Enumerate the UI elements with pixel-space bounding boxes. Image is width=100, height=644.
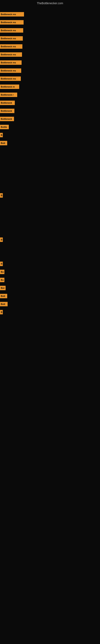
bar-label: B bbox=[1, 134, 2, 136]
bar-label: Bo bbox=[1, 279, 4, 281]
bottleneck-bar: Bottleneck res bbox=[0, 68, 21, 73]
bottleneck-bar: B bbox=[0, 238, 3, 242]
bottleneck-bar: Bot bbox=[0, 286, 6, 290]
bar-label: Bottleneck res bbox=[1, 13, 16, 16]
bar-label: Bottleneck res bbox=[1, 45, 16, 48]
bar-label: Bottleneck bbox=[1, 102, 12, 104]
bottleneck-bar: Bottleneck res bbox=[0, 76, 21, 81]
bar-label: Bottleneck res bbox=[1, 78, 16, 80]
bar-label: Bo bbox=[1, 271, 4, 273]
bottleneck-bar: Bottleneck bbox=[0, 100, 15, 105]
bottleneck-bar: Bottleneck bbox=[0, 117, 14, 121]
bottleneck-bar: Bott bbox=[0, 141, 7, 145]
bottleneck-bar: Bott bbox=[0, 302, 8, 306]
bar-label: Bottleneck bbox=[1, 110, 12, 112]
bottleneck-bar: Bottleneck bbox=[0, 109, 14, 113]
bar-label: R bbox=[1, 263, 2, 265]
bar-label: Bottleneck res bbox=[1, 70, 16, 72]
bar-label: B bbox=[1, 238, 2, 241]
bottleneck-bar: Bottleneck res bbox=[0, 20, 24, 24]
bar-label: Bottleneck res bbox=[1, 29, 16, 32]
bottleneck-bar: Bott bbox=[0, 294, 7, 298]
bottleneck-bar: Bottleneck r bbox=[0, 92, 17, 97]
bar-label: Bott bbox=[1, 142, 5, 144]
bottleneck-bar: Bo bbox=[0, 278, 4, 282]
bottleneck-bar: Bottleneck res bbox=[0, 44, 22, 49]
bottleneck-bar: Bottleneck res bbox=[0, 36, 23, 41]
bottleneck-bar: Bottleneck res bbox=[0, 52, 22, 57]
bar-label: Bottleneck res bbox=[1, 21, 16, 24]
bar-label: Bottleneck res bbox=[1, 62, 16, 64]
site-title: TheBottlenecker.com bbox=[0, 0, 100, 6]
bar-label: Bot bbox=[1, 287, 4, 289]
bar-label: Bott bbox=[1, 303, 5, 305]
bar-label: Bottleneck r bbox=[1, 94, 14, 96]
bottleneck-bar: Bottleneck res bbox=[0, 12, 24, 16]
bar-label: B bbox=[1, 311, 2, 313]
bar-label: Bottle bbox=[1, 126, 7, 128]
bottleneck-bar: Bottleneck res bbox=[0, 60, 22, 65]
bar-label: Bottleneck res bbox=[1, 53, 16, 56]
bottleneck-bar: R bbox=[0, 262, 3, 266]
bars-container: Bottleneck resBottleneck resBottleneck r… bbox=[0, 6, 100, 644]
bar-label: Bottleneck re bbox=[1, 86, 15, 88]
bottleneck-bar: B bbox=[0, 193, 3, 198]
bar-label: Bottleneck bbox=[1, 118, 12, 120]
bottleneck-bar: Bottleneck re bbox=[0, 84, 19, 89]
bottleneck-bar: B bbox=[0, 133, 3, 137]
bottleneck-bar: Bottle bbox=[0, 125, 9, 129]
bar-label: Bott bbox=[1, 295, 5, 297]
bar-label: Bottleneck res bbox=[1, 37, 16, 40]
bottleneck-bar: Bo bbox=[0, 270, 4, 274]
bottleneck-bar: B bbox=[0, 310, 3, 314]
bar-label: B bbox=[1, 194, 2, 196]
bottleneck-bar: Bottleneck res bbox=[0, 28, 23, 32]
